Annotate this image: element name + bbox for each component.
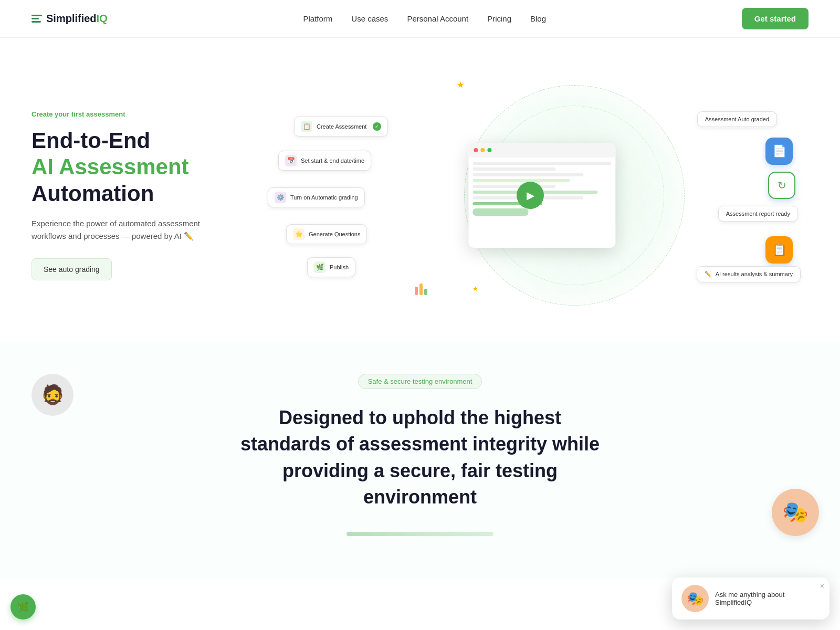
step-publish: 🌿 Publish	[307, 257, 355, 277]
hero-content: Create your first assessment End-to-End …	[32, 110, 231, 280]
step-publish-icon: 🌿	[314, 261, 326, 273]
card-auto-graded: Assessment Auto graded	[697, 111, 777, 127]
hero-diagram: ★ ★ 📋 Create Assessment ✓ 📅 Set start & …	[252, 69, 808, 321]
card-ai-results-icon: ✏️	[705, 271, 712, 277]
nav-links: Platform Use cases Personal Account Pric…	[303, 14, 546, 24]
bar-chart-decoration	[415, 284, 427, 295]
step-create-check: ✓	[373, 122, 381, 131]
play-button[interactable]: ▶	[517, 182, 544, 209]
step-generate-label: Generate Questions	[309, 231, 360, 237]
section2-title: Designed to uphold the highest standards…	[236, 405, 604, 511]
step-datetime: 📅 Set start & end date/time	[278, 151, 371, 171]
card-ai-results: ✏️ AI results analysis & summary	[697, 266, 801, 282]
step-create: 📋 Create Assessment ✓	[294, 117, 388, 136]
step-datetime-icon: 📅	[285, 155, 297, 166]
hero-description: Experience the power of automated assess…	[32, 217, 231, 243]
step-generate: ⭐ Generate Questions	[286, 224, 367, 244]
avatar-left: 🧔	[32, 374, 74, 416]
step-generate-icon: ⭐	[293, 228, 304, 240]
card-report-ready-label: Assessment report ready	[726, 211, 790, 217]
step-create-icon: 📋	[301, 121, 312, 132]
icon-card-refresh: ↻	[768, 172, 795, 199]
hero-title-line1: End-to-End	[32, 128, 150, 153]
step-create-label: Create Assessment	[317, 123, 366, 130]
step-autograding-icon: ⚙️	[275, 192, 286, 203]
card-auto-graded-label: Assessment Auto graded	[705, 116, 769, 122]
nav-pricing[interactable]: Pricing	[487, 14, 511, 23]
section2-tag: Safe & secure testing environment	[358, 374, 482, 389]
icon-card-document: 📄	[765, 138, 793, 165]
see-auto-grading-button[interactable]: See auto grading	[32, 258, 112, 280]
hero-tag: Create your first assessment	[32, 110, 231, 118]
logo[interactable]: SimplifiedIQ	[32, 13, 108, 25]
nav-usecases[interactable]: Use cases	[351, 14, 388, 23]
step-autograding-label: Turn on Automatic grading	[290, 194, 358, 201]
icon-card-orange: 📋	[765, 236, 793, 264]
step-autograding: ⚙️ Turn on Automatic grading	[268, 187, 365, 207]
logo-text: SimplifiedIQ	[46, 13, 108, 25]
nav-blog[interactable]: Blog	[530, 14, 546, 23]
hero-title: End-to-End AI Assessment Automation	[32, 128, 231, 207]
get-started-button[interactable]: Get started	[742, 8, 808, 29]
card-report-ready: Assessment report ready	[718, 206, 798, 222]
nav-personal-account[interactable]: Personal Account	[407, 14, 468, 23]
step-publish-label: Publish	[330, 264, 349, 270]
hero-section: Create your first assessment End-to-End …	[0, 38, 840, 342]
nav-platform[interactable]: Platform	[303, 14, 332, 23]
star-icon-bottom: ★	[472, 285, 478, 292]
card-ai-results-label: AI results analysis & summary	[716, 271, 793, 277]
logo-icon	[32, 15, 42, 23]
star-icon-top: ★	[457, 80, 464, 90]
hero-title-line2: AI Assessment	[32, 154, 189, 179]
avatar-right: 🎭	[772, 489, 819, 536]
gradient-bar	[346, 532, 494, 536]
step-datetime-label: Set start & end date/time	[301, 158, 364, 164]
section2: 🧔 Safe & secure testing environment Desi…	[0, 342, 840, 578]
mockup-header	[468, 143, 615, 158]
navbar: SimplifiedIQ Platform Use cases Personal…	[0, 0, 840, 38]
hero-title-line3: Automation	[32, 181, 154, 206]
chat-widget: 🎭 Ask me anything about SimplifiedIQ ×	[672, 578, 830, 578]
